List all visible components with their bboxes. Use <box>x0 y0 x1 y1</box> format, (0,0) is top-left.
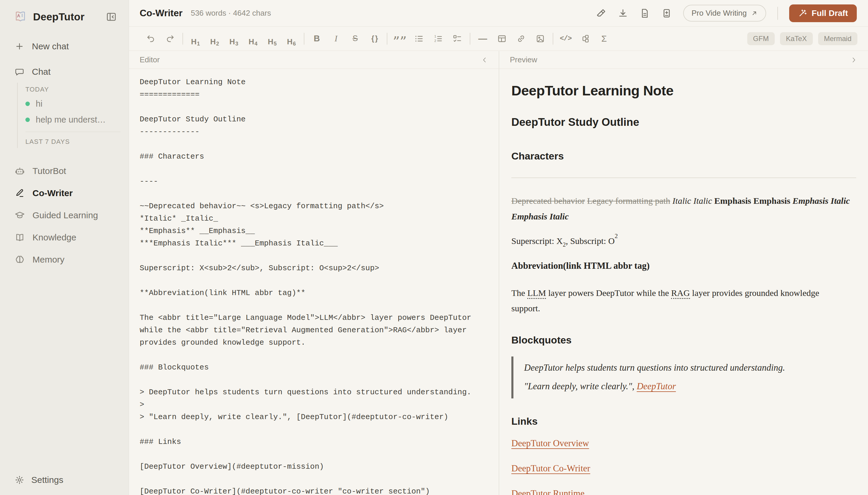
preview-pane: Preview DeepTutor Learning Note DeepTuto… <box>499 51 868 495</box>
editor-line: ### Links <box>140 438 490 450</box>
sidebar-item-guided-learning[interactable]: Guided Learning <box>0 204 129 226</box>
plus-icon <box>15 41 24 51</box>
editor-line: ### Blockquotes <box>140 363 490 375</box>
editor-line: ***Emphasis Italic*** ___Emphasis Italic… <box>140 239 490 251</box>
sidebar-item-knowledge[interactable]: Knowledge <box>0 226 129 249</box>
preview-h3-links: Links <box>511 415 856 427</box>
sidebar-item-tutorbot[interactable]: TutorBot <box>0 160 129 182</box>
editor-line: provides grounded knowledge support. <box>140 338 490 351</box>
diagram-icon[interactable] <box>577 31 592 46</box>
toolbar-separator <box>387 33 387 45</box>
preview-h3-blockquotes: Blockquotes <box>511 334 856 346</box>
sidebar-collapse-icon[interactable] <box>106 11 117 22</box>
editor-line: The <abbr title="Large Language Model">L… <box>140 313 490 326</box>
preview-link[interactable]: DeepTutor Runtime <box>511 486 585 495</box>
code-block-icon[interactable]: </> <box>558 31 573 46</box>
redo-icon[interactable] <box>162 31 178 46</box>
text-run: Legacy formatting path <box>587 196 671 206</box>
new-chat-button[interactable]: New chat <box>0 41 129 51</box>
task-list-icon[interactable] <box>450 31 465 46</box>
pro-vide-writing-button[interactable]: Pro Vide Writing <box>683 5 766 21</box>
sidebar-item-label: TutorBot <box>33 166 66 176</box>
chat-history-item-label: help me underst… <box>36 115 106 125</box>
chat-history-item[interactable]: help me underst… <box>25 112 129 127</box>
bullet-list-icon[interactable] <box>411 31 427 46</box>
blockquote-line: "Learn deeply, write clearly.", DeepTuto… <box>524 377 856 395</box>
sidebar: DeepTutor New chat Chat <box>0 0 129 495</box>
heading-button[interactable]: H5 <box>264 31 280 46</box>
horizontal-rule-icon[interactable]: — <box>475 31 490 46</box>
text-run: 2 <box>563 241 566 248</box>
markdown-editor[interactable]: DeepTutor Learning Note ============= De… <box>129 69 499 495</box>
bold-icon[interactable]: B <box>309 31 325 46</box>
heading-letter: H <box>287 37 293 46</box>
preview-h2: DeepTutor Study Outline <box>511 116 856 129</box>
document-icon[interactable] <box>640 8 650 19</box>
editor-line: ---- <box>140 177 490 189</box>
editor-line: **Emphasis** __Emphasis__ <box>140 226 490 239</box>
table-icon[interactable] <box>494 31 509 46</box>
word-count: 536 words · 4642 chars <box>191 8 271 18</box>
format-badge[interactable]: KaTeX <box>780 32 813 45</box>
heading-level: 3 <box>235 41 238 47</box>
toolbar-separator <box>470 33 470 45</box>
editor-line <box>140 450 490 462</box>
preview-link[interactable]: DeepTutor Co-Writer <box>511 461 590 476</box>
preview-blockquote: DeepTutor helps students turn questions … <box>511 357 856 398</box>
gear-icon <box>15 475 24 485</box>
heading-button[interactable]: H1 <box>188 31 203 46</box>
text-run: Deprecated behavior <box>511 196 585 206</box>
math-sigma-icon[interactable]: Σ <box>596 31 612 46</box>
chat-label: Chat <box>32 67 51 77</box>
full-draft-label: Full Draft <box>812 8 848 18</box>
editor-line: > "Learn deeply, write clearly.", [DeepT… <box>140 413 490 425</box>
full-draft-button[interactable]: Full Draft <box>789 4 857 22</box>
format-badge[interactable]: Mermaid <box>818 32 857 45</box>
text-run: LLM <box>527 288 546 299</box>
text-run: layer powers DeepTutor while the <box>546 288 671 298</box>
heading-button[interactable]: H6 <box>284 31 299 46</box>
blockquote-line: DeepTutor helps students turn questions … <box>524 358 856 377</box>
blockquote-icon[interactable]: ”” <box>392 31 407 46</box>
app-window: DeepTutor New chat Chat <box>0 0 868 495</box>
insert-template-icon[interactable] <box>661 8 672 19</box>
numbered-list-icon[interactable]: 1 2 <box>431 31 446 46</box>
blockquote-link[interactable]: DeepTutor <box>637 381 676 391</box>
text-run: The <box>511 288 527 298</box>
italic-icon[interactable]: I <box>328 31 344 46</box>
new-chat-label: New chat <box>32 41 69 51</box>
format-badge[interactable]: GFM <box>747 32 775 45</box>
editor-line: **Abbreviation(link HTML abbr tag)** <box>140 289 490 301</box>
brain-icon <box>15 255 25 264</box>
download-icon[interactable] <box>618 8 628 19</box>
inline-code-icon[interactable]: { } <box>367 31 382 46</box>
chevron-right-icon[interactable] <box>850 56 858 64</box>
blockquote-text: "Learn deeply, write clearly.", <box>524 381 637 391</box>
heading-button[interactable]: H3 <box>226 31 242 46</box>
heading-level: 1 <box>197 41 200 47</box>
link-icon[interactable] <box>514 31 529 46</box>
chevron-left-icon[interactable] <box>480 56 489 64</box>
strikethrough-icon[interactable]: S <box>347 31 363 46</box>
text-run: 2 <box>615 233 618 240</box>
text-run: Italic Italic <box>673 196 712 206</box>
sidebar-item-chat[interactable]: Chat <box>0 67 129 77</box>
sidebar-item-memory[interactable]: Memory <box>0 249 129 271</box>
image-icon[interactable] <box>533 31 548 46</box>
editor-pane: Editor DeepTutor Learning Note =========… <box>129 51 499 495</box>
eraser-icon[interactable] <box>596 8 606 19</box>
heading-button[interactable]: H4 <box>245 31 261 46</box>
heading-button[interactable]: H2 <box>207 31 222 46</box>
brand-row: DeepTutor <box>0 0 129 23</box>
sidebar-item-cowriter[interactable]: Co-Writer <box>0 182 129 204</box>
settings-button[interactable]: Settings <box>15 475 63 485</box>
undo-icon[interactable] <box>143 31 158 46</box>
heading-letter: H <box>191 37 197 46</box>
brand-title: DeepTutor <box>33 11 84 23</box>
preview-link[interactable]: DeepTutor Overview <box>511 436 589 451</box>
chat-bubble-icon <box>15 67 24 76</box>
chat-history-item[interactable]: hi <box>25 96 129 112</box>
editor-line: ### Characters <box>140 152 490 165</box>
topbar-divider <box>777 7 778 20</box>
editor-line <box>140 102 490 115</box>
